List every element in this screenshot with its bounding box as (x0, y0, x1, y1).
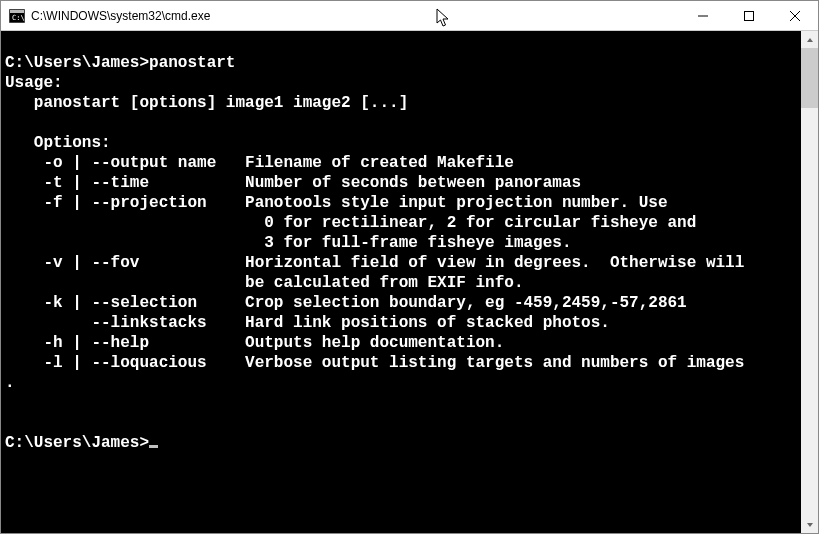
blank-line (5, 33, 795, 53)
svg-rect-4 (745, 11, 754, 20)
option-line: -v | --fov Horizontal field of view in d… (5, 253, 795, 273)
option-line: -k | --selection Crop selection boundary… (5, 293, 795, 313)
scrollbar-thumb[interactable] (801, 48, 818, 108)
prompt-path: C:\Users\James> (5, 54, 149, 72)
usage-line: panostart [options] image1 image2 [...] (5, 93, 795, 113)
option-line: -t | --time Number of seconds between pa… (5, 173, 795, 193)
prompt-path: C:\Users\James> (5, 434, 149, 452)
option-line: 3 for full-frame fisheye images. (5, 233, 795, 253)
svg-marker-8 (807, 523, 813, 527)
option-line: be calculated from EXIF info. (5, 273, 795, 293)
svg-text:C:\: C:\ (12, 14, 25, 22)
terminal-area: C:\Users\James>panostartUsage: panostart… (1, 31, 818, 533)
svg-rect-1 (10, 10, 24, 13)
window-title: C:\WINDOWS\system32\cmd.exe (31, 9, 210, 23)
option-line: 0 for rectilinear, 2 for circular fishey… (5, 213, 795, 233)
blank-line (5, 393, 795, 413)
scroll-down-button[interactable] (801, 516, 818, 533)
blank-line (5, 113, 795, 133)
text-cursor (149, 445, 158, 448)
prompt-command: panostart (149, 54, 235, 72)
close-button[interactable] (772, 1, 818, 31)
option-line: -h | --help Outputs help documentation. (5, 333, 795, 353)
maximize-button[interactable] (726, 1, 772, 31)
minimize-button[interactable] (680, 1, 726, 31)
prompt-line: C:\Users\James> (5, 433, 795, 453)
vertical-scrollbar[interactable] (801, 31, 818, 533)
svg-marker-7 (807, 38, 813, 42)
cmd-icon: C:\ (9, 9, 25, 23)
option-line: --linkstacks Hard link positions of stac… (5, 313, 795, 333)
option-line: -o | --output name Filename of created M… (5, 153, 795, 173)
titlebar: C:\ C:\WINDOWS\system32\cmd.exe (1, 1, 818, 31)
scrollbar-track[interactable] (801, 48, 818, 516)
option-line: -l | --loquacious Verbose output listing… (5, 353, 795, 373)
usage-label: Usage: (5, 73, 795, 93)
dot-line: . (5, 373, 795, 393)
options-label: Options: (5, 133, 795, 153)
prompt-line: C:\Users\James>panostart (5, 53, 795, 73)
blank-line (5, 413, 795, 433)
scroll-up-button[interactable] (801, 31, 818, 48)
option-line: -f | --projection Panotools style input … (5, 193, 795, 213)
terminal-output[interactable]: C:\Users\James>panostartUsage: panostart… (1, 31, 801, 533)
